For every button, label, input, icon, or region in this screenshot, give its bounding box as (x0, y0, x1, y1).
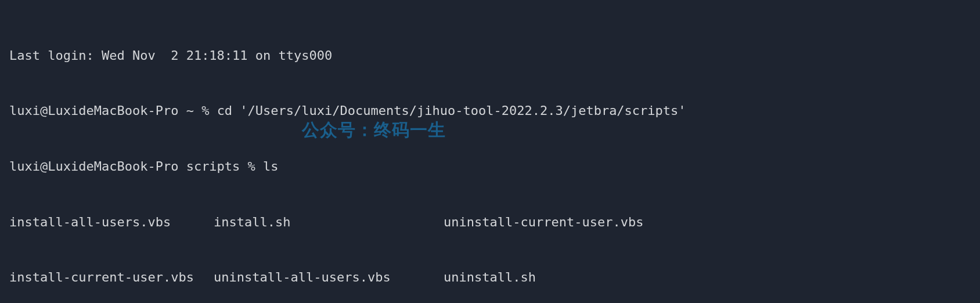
last-login-line: Last login: Wed Nov 2 21:18:11 on ttys00… (9, 46, 971, 65)
ls-output-row-1: install-all-users.vbs install.sh uninsta… (9, 213, 971, 232)
ls-file: uninstall.sh (444, 268, 536, 287)
ls-file: install-all-users.vbs (9, 213, 214, 232)
command-line-1: luxi@LuxideMacBook-Pro ~ % cd '/Users/lu… (9, 102, 971, 120)
ls-file: uninstall-all-users.vbs (214, 268, 444, 287)
command-text: ls (263, 159, 279, 174)
ls-file: install.sh (214, 213, 444, 232)
command-text: cd '/Users/luxi/Documents/jihuo-tool-202… (217, 103, 686, 118)
command-line-2: luxi@LuxideMacBook-Pro scripts % ls (9, 157, 971, 176)
terminal-output[interactable]: Last login: Wed Nov 2 21:18:11 on ttys00… (9, 9, 971, 303)
ls-file: uninstall-current-user.vbs (444, 213, 643, 232)
prompt-text: luxi@LuxideMacBook-Pro ~ % (9, 103, 217, 118)
ls-output-row-2: install-current-user.vbs uninstall-all-u… (9, 268, 971, 287)
prompt-text: luxi@LuxideMacBook-Pro scripts % (9, 159, 263, 174)
ls-file: install-current-user.vbs (9, 268, 214, 287)
